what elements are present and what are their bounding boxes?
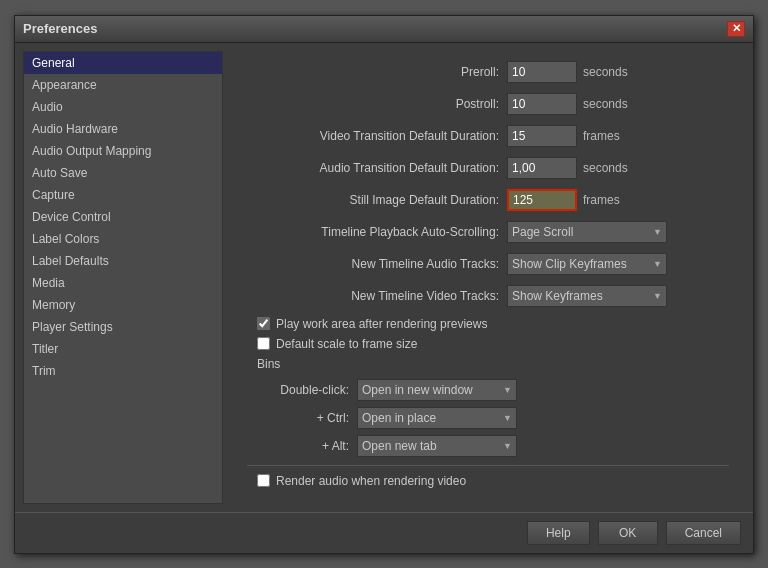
preroll-unit: seconds [583, 65, 628, 79]
divider [247, 465, 729, 466]
bins-ctrl-select[interactable]: Open in place Open in new window Open ne… [357, 407, 517, 429]
audio-tracks-select-wrapper: Show Clip Keyframes Show Keyframes Hide … [507, 253, 667, 275]
sidebar-item-audio[interactable]: Audio [24, 96, 222, 118]
audio-transition-unit: seconds [583, 161, 628, 175]
still-image-row: Still Image Default Duration: frames [247, 189, 729, 211]
play-work-area-label: Play work area after rendering previews [276, 317, 487, 331]
sidebar-item-auto-save[interactable]: Auto Save [24, 162, 222, 184]
bins-ctrl-label: + Ctrl: [257, 411, 357, 425]
video-transition-row: Video Transition Default Duration: frame… [247, 125, 729, 147]
timeline-playback-row: Timeline Playback Auto-Scrolling: Page S… [247, 221, 729, 243]
bins-ctrl-wrapper: Open in place Open in new window Open ne… [357, 407, 517, 429]
bins-double-click-wrapper: Open in new window Open in place Open ne… [357, 379, 517, 401]
dialog-body: GeneralAppearanceAudioAudio HardwareAudi… [15, 43, 753, 512]
video-tracks-select[interactable]: Show Keyframes Show Clip Keyframes Hide … [507, 285, 667, 307]
help-button[interactable]: Help [527, 521, 590, 545]
postroll-row: Postroll: seconds [247, 93, 729, 115]
sidebar-item-appearance[interactable]: Appearance [24, 74, 222, 96]
audio-transition-row: Audio Transition Default Duration: secon… [247, 157, 729, 179]
footer: Help OK Cancel [15, 512, 753, 553]
preroll-label: Preroll: [247, 65, 507, 79]
video-tracks-label: New Timeline Video Tracks: [247, 289, 507, 303]
still-image-input[interactable] [507, 189, 577, 211]
bins-alt-wrapper: Open new tab Open in new window Open in … [357, 435, 517, 457]
bins-ctrl-row: + Ctrl: Open in place Open in new window… [247, 407, 729, 429]
default-scale-row: Default scale to frame size [247, 337, 729, 351]
dialog-title: Preferences [23, 21, 97, 36]
video-transition-unit: frames [583, 129, 620, 143]
sidebar-item-label-defaults[interactable]: Label Defaults [24, 250, 222, 272]
audio-tracks-label: New Timeline Audio Tracks: [247, 257, 507, 271]
audio-transition-label: Audio Transition Default Duration: [247, 161, 507, 175]
play-work-area-checkbox[interactable] [257, 317, 270, 330]
bins-alt-label: + Alt: [257, 439, 357, 453]
sidebar-item-media[interactable]: Media [24, 272, 222, 294]
timeline-playback-label: Timeline Playback Auto-Scrolling: [247, 225, 507, 239]
sidebar-item-capture[interactable]: Capture [24, 184, 222, 206]
title-bar: Preferences ✕ [15, 16, 753, 43]
video-transition-input[interactable] [507, 125, 577, 147]
sidebar-item-memory[interactable]: Memory [24, 294, 222, 316]
render-audio-label: Render audio when rendering video [276, 474, 466, 488]
bins-alt-select[interactable]: Open new tab Open in new window Open in … [357, 435, 517, 457]
bins-double-click-label: Double-click: [257, 383, 357, 397]
still-image-unit: frames [583, 193, 620, 207]
sidebar-item-label-colors[interactable]: Label Colors [24, 228, 222, 250]
play-work-area-row: Play work area after rendering previews [247, 317, 729, 331]
postroll-unit: seconds [583, 97, 628, 111]
default-scale-label: Default scale to frame size [276, 337, 417, 351]
preroll-input[interactable] [507, 61, 577, 83]
ok-button[interactable]: OK [598, 521, 658, 545]
sidebar: GeneralAppearanceAudioAudio HardwareAudi… [23, 51, 223, 504]
bins-double-click-row: Double-click: Open in new window Open in… [247, 379, 729, 401]
bins-alt-row: + Alt: Open new tab Open in new window O… [247, 435, 729, 457]
render-audio-checkbox[interactable] [257, 474, 270, 487]
sidebar-item-trim[interactable]: Trim [24, 360, 222, 382]
sidebar-item-audio-hardware[interactable]: Audio Hardware [24, 118, 222, 140]
postroll-input[interactable] [507, 93, 577, 115]
audio-tracks-row: New Timeline Audio Tracks: Show Clip Key… [247, 253, 729, 275]
cancel-button[interactable]: Cancel [666, 521, 741, 545]
postroll-label: Postroll: [247, 97, 507, 111]
video-transition-label: Video Transition Default Duration: [247, 129, 507, 143]
bins-double-click-select[interactable]: Open in new window Open in place Open ne… [357, 379, 517, 401]
audio-transition-input[interactable] [507, 157, 577, 179]
preferences-dialog: Preferences ✕ GeneralAppearanceAudioAudi… [14, 15, 754, 554]
still-image-label: Still Image Default Duration: [247, 193, 507, 207]
render-audio-row: Render audio when rendering video [247, 474, 729, 488]
sidebar-item-audio-output-mapping[interactable]: Audio Output Mapping [24, 140, 222, 162]
sidebar-item-player-settings[interactable]: Player Settings [24, 316, 222, 338]
timeline-playback-select-wrapper: Page Scroll Smooth Scroll No Scroll [507, 221, 667, 243]
sidebar-item-device-control[interactable]: Device Control [24, 206, 222, 228]
main-content: Preroll: seconds Postroll: seconds Video… [231, 51, 745, 504]
video-tracks-select-wrapper: Show Keyframes Show Clip Keyframes Hide … [507, 285, 667, 307]
preroll-row: Preroll: seconds [247, 61, 729, 83]
bins-title: Bins [247, 357, 729, 371]
sidebar-item-titler[interactable]: Titler [24, 338, 222, 360]
sidebar-item-general[interactable]: General [24, 52, 222, 74]
video-tracks-row: New Timeline Video Tracks: Show Keyframe… [247, 285, 729, 307]
timeline-playback-select[interactable]: Page Scroll Smooth Scroll No Scroll [507, 221, 667, 243]
close-button[interactable]: ✕ [727, 21, 745, 37]
audio-tracks-select[interactable]: Show Clip Keyframes Show Keyframes Hide … [507, 253, 667, 275]
bins-section: Bins Double-click: Open in new window Op… [247, 357, 729, 457]
default-scale-checkbox[interactable] [257, 337, 270, 350]
